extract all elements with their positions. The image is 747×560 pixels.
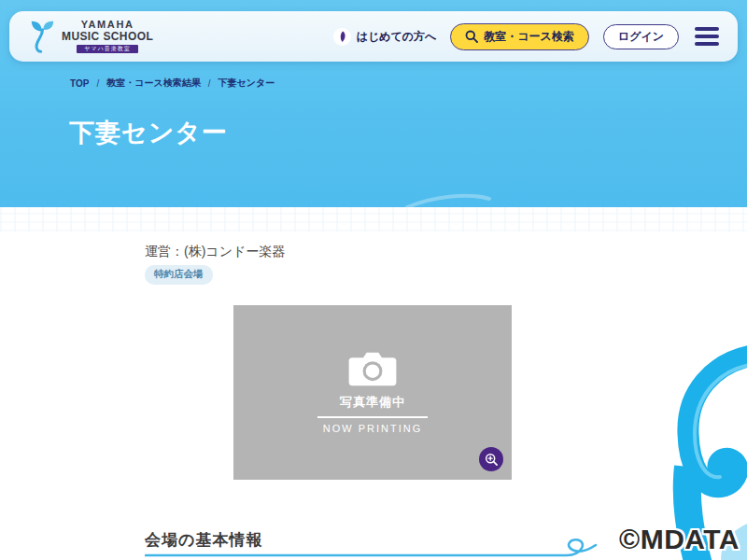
- photo-caption-jp: 写真準備中: [340, 394, 405, 411]
- first-time-link[interactable]: はじめての方へ: [333, 28, 437, 46]
- logo-banner: ヤマハ音楽教室: [77, 45, 137, 53]
- yamaha-music-school-logo[interactable]: YAMAHA MUSIC SCHOOL ヤマハ音楽教室: [30, 19, 153, 54]
- menu-button[interactable]: [693, 23, 721, 49]
- wave-texture-band: [0, 207, 747, 231]
- breadcrumb: TOP / 教室・コース検索結果 / 下妻センター: [70, 77, 275, 90]
- breadcrumb-search-results-link[interactable]: 教室・コース検索結果: [106, 77, 200, 90]
- photo-caption-divider: [317, 416, 428, 418]
- logo-text: YAMAHA MUSIC SCHOOL ヤマハ音楽教室: [62, 20, 153, 52]
- course-search-label: 教室・コース検索: [484, 29, 574, 45]
- breadcrumb-top-link[interactable]: TOP: [70, 78, 89, 89]
- page: YAMAHA MUSIC SCHOOL ヤマハ音楽教室 はじめての方へ 教室・コ…: [0, 0, 747, 560]
- magnifier-plus-icon: [485, 453, 499, 467]
- venue-type-badge: 特約店会場: [145, 265, 213, 285]
- heading-underline-decoration: [145, 538, 612, 560]
- photo-caption-en: NOW PRINTING: [323, 423, 423, 434]
- header-actions: はじめての方へ 教室・コース検索 ログイン: [333, 23, 721, 50]
- course-search-button[interactable]: 教室・コース検索: [450, 23, 589, 50]
- page-title: 下妻センター: [69, 116, 228, 149]
- header-bar: YAMAHA MUSIC SCHOOL ヤマハ音楽教室 はじめての方へ 教室・コ…: [9, 11, 738, 62]
- leaf-circle-icon: [333, 28, 351, 46]
- logo-line2: MUSIC SCHOOL: [62, 31, 153, 43]
- breadcrumb-current: 下妻センター: [218, 77, 275, 90]
- camera-icon: [345, 348, 400, 389]
- breadcrumb-separator: /: [208, 78, 211, 89]
- operator-text: 運営：(株)コンドー楽器: [145, 244, 285, 260]
- watermark: ©MDATA: [619, 524, 740, 555]
- first-time-label: はじめての方へ: [357, 29, 437, 45]
- sprout-icon: [30, 19, 55, 54]
- breadcrumb-separator: /: [96, 78, 99, 89]
- hamburger-icon: [695, 27, 719, 31]
- photo-placeholder: 写真準備中 NOW PRINTING: [233, 305, 512, 480]
- photo-zoom-button[interactable]: [479, 447, 503, 471]
- magnifier-icon: [465, 30, 478, 43]
- login-button[interactable]: ログイン: [603, 24, 679, 49]
